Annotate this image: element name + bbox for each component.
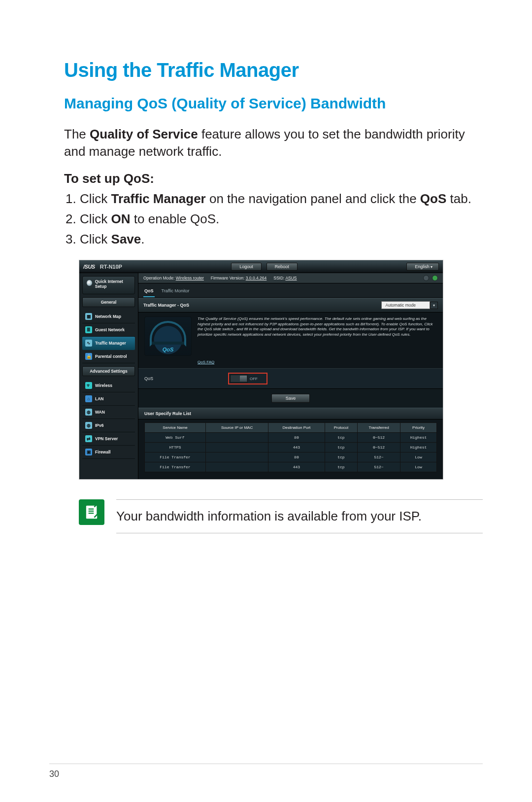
col-proto: Protocol: [325, 423, 358, 433]
step2-pre: Click: [80, 211, 111, 226]
sidebar-section-general: General: [82, 297, 135, 307]
sidebar-item-parental-control[interactable]: 🔒 Parental control: [82, 350, 135, 363]
steps-list: Click Traffic Manager on the navigation …: [64, 190, 483, 248]
refresh-icon[interactable]: [432, 275, 438, 281]
cell-priority: Highest: [400, 433, 437, 443]
router-screenshot: /SUS RT-N10P Logout Reboot English Quick…: [79, 260, 443, 480]
cell-dest: 80: [268, 453, 325, 462]
mode-select-value: Automatic mode: [381, 301, 430, 309]
ssid-label: SSID:: [273, 276, 284, 280]
cell-dest: 443: [268, 443, 325, 453]
save-row: Save: [138, 389, 443, 408]
step-2: Click ON to enable QoS.: [80, 210, 483, 228]
tab-traffic-monitor[interactable]: Traffic Monitor: [161, 286, 191, 297]
cell-proto: tcp: [325, 453, 358, 462]
save-button[interactable]: Save: [271, 394, 310, 403]
sidebar-item-ipv6[interactable]: ◍ IPv6: [82, 419, 135, 432]
col-transfer: Transferred: [358, 423, 400, 433]
sidebar-item-wan[interactable]: ◍ WAN: [82, 406, 135, 419]
sidebar-section-advanced: Advanced Settings: [82, 366, 135, 376]
model-label: RT-N10P: [100, 264, 122, 270]
sidebar-item-label: VPN Server: [95, 436, 118, 441]
shield-icon: ▣: [85, 449, 92, 455]
cell-transfer: 0~512: [358, 443, 400, 453]
sidebar-item-label: Guest Network: [95, 327, 125, 332]
cell-source: [205, 443, 268, 453]
mode-select[interactable]: Automatic mode ▾: [381, 301, 438, 309]
reboot-button[interactable]: Reboot: [266, 263, 298, 271]
cell-service: Web Surf: [145, 433, 206, 443]
cell-service: HTTPS: [145, 443, 206, 453]
qos-toggle-state: OFF: [250, 377, 258, 381]
traffic-manager-icon: ∿: [85, 340, 92, 347]
sidebar-item-label: WAN: [95, 410, 105, 415]
globe-icon: [87, 280, 92, 286]
sidebar-item-wireless[interactable]: ᯤ Wireless: [82, 379, 135, 392]
step1-mid: on the navigation panel and click the: [206, 191, 420, 206]
mode-value[interactable]: Wireless router: [176, 276, 204, 280]
mode-label: Operation Mode:: [143, 276, 174, 280]
sidebar-item-lan[interactable]: ⌂ LAN: [82, 392, 135, 406]
ipv6-icon: ◍: [85, 422, 92, 429]
tab-qos[interactable]: QoS: [143, 286, 155, 297]
step1-post: tab.: [446, 191, 471, 206]
cell-proto: tcp: [325, 462, 358, 472]
page-title: Using the Traffic Manager: [64, 59, 483, 81]
language-select[interactable]: English: [406, 263, 439, 271]
sidebar-item-label: LAN: [95, 396, 103, 401]
wan-icon: ◍: [85, 409, 92, 416]
logout-button[interactable]: Logout: [231, 263, 262, 271]
cell-source: [205, 433, 268, 443]
qos-description-row: QoS The Quality of Service (QoS) ensures…: [138, 313, 443, 360]
table-row: File Transfer 443 tcp 512~ Low: [145, 462, 437, 472]
section-title: Traffic Manager - QoS: [143, 303, 189, 308]
col-priority: Priority: [400, 423, 437, 433]
qos-toggle-row: QoS OFF: [138, 368, 443, 389]
sidebar-item-label: Network Map: [95, 314, 121, 319]
cell-service: File Transfer: [145, 462, 206, 472]
sidebar-item-label: Firewall: [95, 450, 111, 454]
fw-value[interactable]: 3.0.0.4.264: [246, 276, 267, 280]
step-1: Click Traffic Manager on the navigation …: [80, 190, 483, 208]
sidebar-item-vpn-server[interactable]: ⇄ VPN Server: [82, 432, 135, 446]
page-number: 30: [49, 769, 59, 779]
gauge-label: QoS: [145, 347, 191, 352]
col-service: Service Name: [145, 423, 206, 433]
sidebar-item-firewall[interactable]: ▣ Firewall: [82, 446, 135, 459]
router-sidebar: Quick Internet Setup General ▦ Network M…: [79, 273, 138, 479]
lan-icon: ⌂: [85, 395, 92, 402]
qos-gauge-icon: QoS: [144, 316, 192, 356]
table-row: HTTPS 443 tcp 0~512 Highest: [145, 443, 437, 453]
steps-title: To set up QoS:: [64, 171, 483, 186]
section-bar: Traffic Manager - QoS Automatic mode ▾: [138, 298, 443, 313]
quick-internet-setup[interactable]: Quick Internet Setup: [82, 276, 135, 294]
step1-pre: Click: [80, 191, 111, 206]
step2-b: ON: [111, 211, 131, 226]
qos-toggle[interactable]: [230, 375, 248, 383]
router-topbar: /SUS RT-N10P Logout Reboot English: [79, 260, 443, 273]
sidebar-item-label: IPv6: [95, 423, 104, 428]
cell-proto: tcp: [325, 433, 358, 443]
step-3: Click Save.: [80, 231, 483, 248]
qos-description: The Quality of Service (QoS) ensures the…: [198, 316, 437, 356]
step3-b: Save: [111, 232, 141, 246]
fw-label: Firmware Version:: [211, 276, 245, 280]
qos-field-label: QoS: [144, 376, 228, 381]
page-footer: 30: [49, 764, 483, 779]
vpn-icon: ⇄: [85, 435, 92, 442]
cell-source: [205, 453, 268, 462]
sidebar-item-network-map[interactable]: ▦ Network Map: [82, 310, 135, 323]
ssid-value[interactable]: ASUS: [285, 276, 297, 280]
page-subheading: Managing QoS (Quality of Service) Bandwi…: [64, 95, 483, 112]
quick-setup-label: Quick Internet Setup: [95, 279, 132, 289]
qos-faq-link[interactable]: QoS FAQ: [138, 360, 443, 368]
lock-icon: 🔒: [85, 353, 92, 360]
rule-table: Service Name Source IP or MAC Destinatio…: [144, 422, 437, 472]
step1-b1: Traffic Manager: [111, 191, 206, 206]
cell-source: [205, 462, 268, 472]
sidebar-item-guest-network[interactable]: ≣ Guest Network: [82, 323, 135, 337]
sidebar-item-traffic-manager[interactable]: ∿ Traffic Manager: [82, 337, 135, 350]
rule-list-title: User Specify Rule List: [138, 408, 443, 419]
status-icon[interactable]: [423, 275, 429, 281]
cell-transfer: 0~512: [358, 433, 400, 443]
